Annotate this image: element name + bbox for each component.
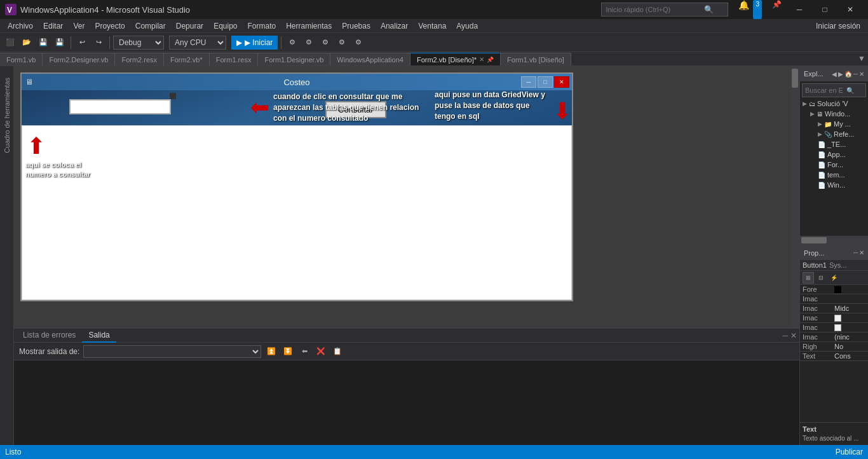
publish-link[interactable]: Publicar [836,448,863,456]
start-button[interactable]: ▶ ▶ Iniciar [231,36,278,50]
tab-form2vb[interactable]: Form2.vb* [164,53,210,65]
props-alpha-btn[interactable]: ⊟ [815,272,827,284]
menu-ventana[interactable]: Ventana [413,20,451,32]
signin-link[interactable]: Iniciar sesión [811,22,865,31]
tb-saveall-btn[interactable]: 💾 [52,36,67,50]
sol-node-app[interactable]: 📄 App... [800,149,868,160]
sol-node-solucion[interactable]: ▶ 🗂 Solució 'V [800,99,868,109]
solution-search-input[interactable] [805,86,846,94]
form-maximize-btn[interactable]: □ [538,76,553,88]
form-minimize-btn[interactable]: ─ [521,76,536,88]
sol-node-my[interactable]: ▶ 📁 My ... [800,119,868,129]
sol-exp-nav-back[interactable]: ◀ [832,71,837,78]
sol-node-win[interactable]: 📄 Win... [800,180,868,190]
props-row-text[interactable]: Text Cons [800,352,868,361]
tb-undo-btn[interactable]: ↩ [74,36,90,50]
tb-misc-btn1[interactable]: ⚙ [285,36,300,50]
tab-form1diseno[interactable]: Form1.vb [Diseño] [501,53,571,65]
menu-proyecto[interactable]: Proyecto [90,20,130,32]
menu-herramientas[interactable]: Herramientas [281,20,337,32]
menu-editar[interactable]: Editar [38,20,68,32]
sol-exp-close[interactable]: ✕ [859,71,864,78]
props-row-righ[interactable]: Righ No [800,342,868,352]
props-events-btn[interactable]: ⚡ [828,272,839,284]
props-row-imac2[interactable]: Imac Midc [800,304,868,313]
bottom-panel-close[interactable]: ✕ [790,331,797,340]
output-btn3[interactable]: ⬅ [298,345,311,358]
platform-dropdown[interactable]: Any CPU [169,36,226,50]
output-btn1[interactable]: ⏫ [265,345,278,358]
sol-node-te[interactable]: 📄 _TE... [800,139,868,149]
props-row-imac5[interactable]: Imac (ninc [800,332,868,342]
tab-form2designervb[interactable]: Form2.Designer.vb [43,53,115,65]
tab-close-icon[interactable]: ✕ [479,56,484,63]
props-close[interactable]: ✕ [859,249,864,256]
sol-label: My ... [834,120,851,128]
props-row-imac4[interactable]: Imac [800,323,868,332]
sol-hscroll-thumb[interactable] [801,237,827,243]
notify-icon: 🔔 [735,0,753,19]
tab-form1vb[interactable]: Form1.vb [0,53,43,65]
tb-open-btn[interactable]: 📂 [19,36,34,50]
handle-bm[interactable] [171,95,175,99]
minimize-btn[interactable]: ─ [787,0,812,19]
close-btn[interactable]: ✕ [837,0,863,19]
output-btn5[interactable]: 📋 [331,345,344,358]
tab-pin-icon[interactable]: 📌 [487,57,494,63]
solution-search-box[interactable]: 🔍 [802,83,866,97]
menu-formato[interactable]: Formato [243,20,281,32]
toolbox-label[interactable]: Cuadro de herramientas [1,72,13,158]
props-row-imac3[interactable]: Imac [800,313,868,323]
sol-node-tem[interactable]: 📄 tem... [800,170,868,180]
menu-archivo[interactable]: Archivo [3,20,38,32]
tb-new-btn[interactable]: ⬛ [3,36,18,50]
tab-scroll-btn[interactable]: ▼ [855,52,868,65]
props-row-fore[interactable]: Fore [800,285,868,294]
output-btn4[interactable]: ❌ [315,345,327,358]
menu-ayuda[interactable]: Ayuda [451,20,483,32]
output-source-select[interactable] [83,345,261,358]
quick-launch-input[interactable] [606,6,704,13]
textbox-control[interactable] [69,99,171,114]
menu-equipo[interactable]: Equipo [208,20,242,32]
menu-ver[interactable]: Ver [68,20,90,32]
tb-misc-btn4[interactable]: ⚙ [334,36,349,50]
menu-compilar[interactable]: Compilar [130,20,171,32]
menu-depurar[interactable]: Depurar [171,20,208,32]
search-box[interactable]: 🔍 [601,3,728,17]
tb-misc-btn3[interactable]: ⚙ [318,36,333,50]
tab-form2resx[interactable]: Form2.resx [115,53,164,65]
sol-exp-nav-fwd[interactable]: ▶ [838,71,843,78]
tab-windowsapp[interactable]: WindowsApplication4 [330,53,410,65]
output-btn2[interactable]: ⏬ [281,345,294,358]
form-close-btn[interactable]: ✕ [554,76,569,88]
tab-form2diseno[interactable]: Form2.vb [Diseño]* ✕ 📌 [410,53,501,65]
menu-analizar[interactable]: Analizar [376,20,413,32]
sol-hscrollbar[interactable] [800,236,868,245]
canvas-vscrollbar[interactable] [790,66,799,327]
menu-pruebas[interactable]: Pruebas [337,20,376,32]
props-pin[interactable]: ─ [853,249,858,256]
sol-exp-home[interactable]: 🏠 [844,71,852,78]
tb-redo-btn[interactable]: ↪ [91,36,106,50]
props-row-imac1[interactable]: Imac [800,294,868,304]
tb-save-btn[interactable]: 💾 [36,36,51,50]
canvas-vscroll-thumb[interactable] [792,69,798,88]
tb-misc-btn2[interactable]: ⚙ [301,36,316,50]
props-categorized-btn[interactable]: ⊞ [803,272,814,284]
tab-lista-errores[interactable]: Lista de errores [17,329,82,343]
sol-node-windo[interactable]: ▶ 🖥 Windo... [800,109,868,119]
tb-misc-btn5[interactable]: ⚙ [351,36,366,50]
datagrid-control[interactable] [22,125,572,300]
tab-form1resx[interactable]: Form1.resx [210,53,259,65]
tab-form1designervb[interactable]: Form1.Designer.vb [258,53,330,65]
maximize-btn[interactable]: □ [812,0,837,19]
sol-node-refe[interactable]: ▶ 📎 Refe... [800,129,868,139]
sol-label: For... [827,161,843,168]
debug-config-dropdown[interactable]: Debug [113,36,164,50]
sol-node-for[interactable]: 📄 For... [800,160,868,170]
tab-salida[interactable]: Salida [82,329,116,343]
bottom-panel-pin[interactable]: ─ [782,331,788,340]
sol-exp-pin[interactable]: ─ [853,71,858,78]
pin-btn[interactable]: 📌 [767,0,787,19]
